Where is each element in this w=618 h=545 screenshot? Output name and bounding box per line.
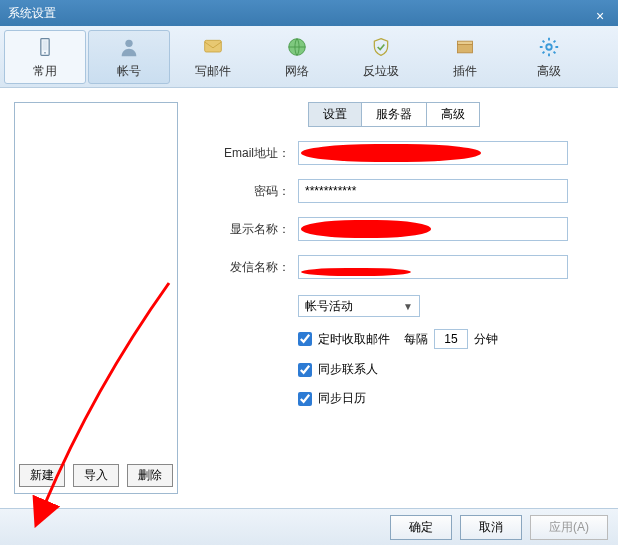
tab-label: 插件 xyxy=(453,63,477,80)
sync-calendar-label: 同步日历 xyxy=(318,390,366,407)
inner-tab-settings[interactable]: 设置 xyxy=(308,102,362,127)
svg-point-2 xyxy=(44,52,46,54)
footer: 确定 取消 应用(A) xyxy=(0,508,618,545)
tab-common[interactable]: 常用 xyxy=(4,30,86,84)
tab-compose[interactable]: 写邮件 xyxy=(172,30,254,84)
sync-contacts-checkbox[interactable] xyxy=(298,363,312,377)
svg-rect-6 xyxy=(458,43,473,52)
window-title: 系统设置 xyxy=(8,0,56,26)
account-list[interactable]: 新建 导入 删除 xyxy=(14,102,178,494)
display-name-label: 显示名称： xyxy=(190,221,290,238)
new-button[interactable]: 新建 xyxy=(19,464,65,487)
password-label: 密码： xyxy=(190,183,290,200)
titlebar: 系统设置 × xyxy=(0,0,618,26)
svg-point-8 xyxy=(546,44,552,50)
settings-panel: 设置 服务器 高级 Email地址： 密码： 显示名称： 发信名称： xyxy=(190,102,604,494)
content-area: 新建 导入 删除 设置 服务器 高级 Email地址： 密码： 显示名称： xyxy=(0,88,618,508)
person-icon xyxy=(117,35,141,59)
interval-every-label: 每隔 xyxy=(404,331,428,348)
box-icon xyxy=(453,35,477,59)
tab-plugin[interactable]: 插件 xyxy=(424,30,506,84)
svg-rect-1 xyxy=(43,40,48,50)
tab-label: 写邮件 xyxy=(195,63,231,80)
sender-name-label: 发信名称： xyxy=(190,259,290,276)
tab-label: 常用 xyxy=(33,63,57,80)
apply-button[interactable]: 应用(A) xyxy=(530,515,608,540)
tab-antispam[interactable]: 反垃圾 xyxy=(340,30,422,84)
delete-button[interactable]: 删除 xyxy=(127,464,173,487)
account-activity-select[interactable]: 帐号活动 ▼ xyxy=(298,295,420,317)
interval-unit-label: 分钟 xyxy=(474,331,498,348)
tab-label: 网络 xyxy=(285,63,309,80)
display-name-field[interactable] xyxy=(298,217,568,241)
cancel-button[interactable]: 取消 xyxy=(460,515,522,540)
interval-input[interactable] xyxy=(434,329,468,349)
sync-calendar-checkbox[interactable] xyxy=(298,392,312,406)
tab-label: 帐号 xyxy=(117,63,141,80)
tab-account[interactable]: 帐号 xyxy=(88,30,170,84)
select-value: 帐号活动 xyxy=(305,298,353,315)
inner-tab-server[interactable]: 服务器 xyxy=(361,102,427,127)
email-field[interactable] xyxy=(298,141,568,165)
inner-tab-advanced[interactable]: 高级 xyxy=(426,102,480,127)
toolbar: 常用 帐号 写邮件 网络 反垃圾 插件 高级 xyxy=(0,26,618,88)
email-label: Email地址： xyxy=(190,145,290,162)
tab-label: 反垃圾 xyxy=(363,63,399,80)
mail-icon xyxy=(201,35,225,59)
svg-point-3 xyxy=(125,39,132,46)
chevron-down-icon: ▼ xyxy=(403,301,413,312)
svg-rect-4 xyxy=(205,40,222,52)
timed-fetch-checkbox[interactable] xyxy=(298,332,312,346)
tab-label: 高级 xyxy=(537,63,561,80)
globe-icon xyxy=(285,35,309,59)
timed-fetch-label: 定时收取邮件 xyxy=(318,331,390,348)
password-field[interactable] xyxy=(298,179,568,203)
import-button[interactable]: 导入 xyxy=(73,464,119,487)
close-icon[interactable]: × xyxy=(590,3,610,23)
sync-contacts-label: 同步联系人 xyxy=(318,361,378,378)
tab-advanced[interactable]: 高级 xyxy=(508,30,590,84)
ok-button[interactable]: 确定 xyxy=(390,515,452,540)
phone-icon xyxy=(33,35,57,59)
svg-rect-7 xyxy=(458,41,473,44)
tab-network[interactable]: 网络 xyxy=(256,30,338,84)
gear-icon xyxy=(537,35,561,59)
sender-name-field[interactable] xyxy=(298,255,568,279)
shield-icon xyxy=(369,35,393,59)
